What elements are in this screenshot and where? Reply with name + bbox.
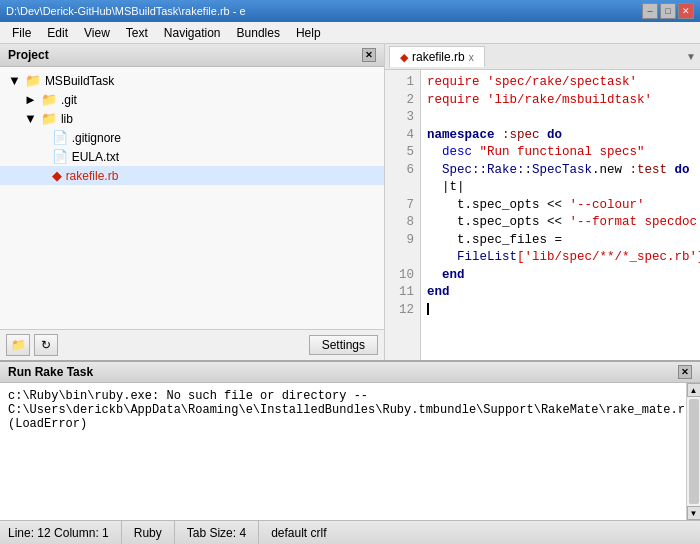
menu-file[interactable]: File (4, 24, 39, 42)
menu-text[interactable]: Text (118, 24, 156, 42)
sidebar-toolbar: 📁 ↻ Settings (0, 329, 384, 360)
status-line-ending: default crlf (259, 521, 338, 544)
ruby-file-icon: ◆ (52, 168, 62, 183)
lower-panel: Run Rake Task ✕ c:\Ruby\bin\ruby.exe: No… (0, 360, 700, 520)
folder-icon: 📁 (25, 73, 41, 88)
tree-label: MSBuildTask (45, 74, 114, 88)
close-button[interactable]: ✕ (678, 3, 694, 19)
title-bar: D:\Dev\Derick-GitHub\MSBuildTask\rakefil… (0, 0, 700, 22)
menu-edit[interactable]: Edit (39, 24, 76, 42)
menu-view[interactable]: View (76, 24, 118, 42)
tree-item-msbuildtask[interactable]: ▼ 📁 MSBuildTask (0, 71, 384, 90)
editor-area: ◆ rakefile.rb x ▼ 1 2 3 4 5 6 7 8 9 (385, 44, 700, 360)
scroll-up-button[interactable]: ▲ (687, 383, 701, 397)
line-numbers: 1 2 3 4 5 6 7 8 9 10 11 12 (385, 70, 421, 360)
menu-navigation[interactable]: Navigation (156, 24, 229, 42)
sidebar-close-button[interactable]: ✕ (362, 48, 376, 62)
sidebar: Project ✕ ▼ 📁 MSBuildTask ► 📁 .git (0, 44, 385, 360)
title-text: D:\Dev\Derick-GitHub\MSBuildTask\rakefil… (6, 5, 246, 17)
tree-label: rakefile.rb (66, 169, 119, 183)
open-folder-button[interactable]: 📁 (6, 334, 30, 356)
code-container[interactable]: 1 2 3 4 5 6 7 8 9 10 11 12 require 'spec… (385, 70, 700, 360)
menu-help[interactable]: Help (288, 24, 329, 42)
scroll-down-button[interactable]: ▼ (687, 506, 701, 520)
maximize-button[interactable]: □ (660, 3, 676, 19)
status-tab-size: Tab Size: 4 (175, 521, 259, 544)
lower-panel-header: Run Rake Task ✕ (0, 362, 700, 383)
tree-label: EULA.txt (72, 150, 119, 164)
expand-icon: ▼ (8, 73, 21, 88)
main-area: Project ✕ ▼ 📁 MSBuildTask ► 📁 .git (0, 44, 700, 520)
title-controls: – □ ✕ (642, 3, 694, 19)
lower-panel-scrollbar[interactable]: ▲ ▼ (686, 383, 700, 520)
status-position: Line: 12 Column: 1 (8, 521, 122, 544)
tree-item-git[interactable]: ► 📁 .git (0, 90, 384, 109)
upper-area: Project ✕ ▼ 📁 MSBuildTask ► 📁 .git (0, 44, 700, 360)
file-tree: ▼ 📁 MSBuildTask ► 📁 .git ▼ 📁 lib (0, 67, 384, 329)
file-icon: 📄 (52, 149, 68, 164)
tree-item-gitignore[interactable]: 📄 .gitignore (0, 128, 384, 147)
scroll-thumb[interactable] (689, 399, 699, 504)
code-editor[interactable]: require 'spec/rake/spectask' require 'li… (421, 70, 700, 360)
tree-label: lib (61, 112, 73, 126)
lower-panel-close-button[interactable]: ✕ (678, 365, 692, 379)
lower-panel-output: c:\Ruby\bin\ruby.exe: No such file or di… (0, 383, 686, 520)
minimize-button[interactable]: – (642, 3, 658, 19)
tab-dropdown-arrow[interactable]: ▼ (686, 51, 696, 62)
folder-icon: 📁 (41, 92, 57, 107)
tree-label: .git (61, 93, 77, 107)
expand-icon (44, 168, 48, 183)
expand-icon: ► (24, 92, 37, 107)
sidebar-header: Project ✕ (0, 44, 384, 67)
expand-icon (44, 149, 48, 164)
lower-panel-scroll: c:\Ruby\bin\ruby.exe: No such file or di… (0, 383, 700, 520)
tree-item-lib[interactable]: ▼ 📁 lib (0, 109, 384, 128)
status-bar: Line: 12 Column: 1 Ruby Tab Size: 4 defa… (0, 520, 700, 544)
tree-item-rakefile[interactable]: ◆ rakefile.rb (0, 166, 384, 185)
sidebar-title: Project (8, 48, 49, 62)
file-icon: 📄 (52, 130, 68, 145)
editor-tab-bar: ◆ rakefile.rb x ▼ (385, 44, 700, 70)
tab-label: rakefile.rb (412, 50, 465, 64)
lower-panel-title: Run Rake Task (8, 365, 93, 379)
expand-icon (44, 130, 48, 145)
expand-icon: ▼ (24, 111, 37, 126)
tree-item-eula[interactable]: 📄 EULA.txt (0, 147, 384, 166)
menu-bundles[interactable]: Bundles (229, 24, 288, 42)
file-icon-small: ◆ (400, 51, 408, 64)
folder-icon: 📁 (41, 111, 57, 126)
save-button[interactable]: ↻ (34, 334, 58, 356)
status-language: Ruby (122, 521, 175, 544)
menu-bar: File Edit View Text Navigation Bundles H… (0, 22, 700, 44)
settings-button[interactable]: Settings (309, 335, 378, 355)
tab-close-button[interactable]: x (469, 52, 474, 63)
editor-tab[interactable]: ◆ rakefile.rb x (389, 46, 485, 67)
tree-label: .gitignore (72, 131, 121, 145)
